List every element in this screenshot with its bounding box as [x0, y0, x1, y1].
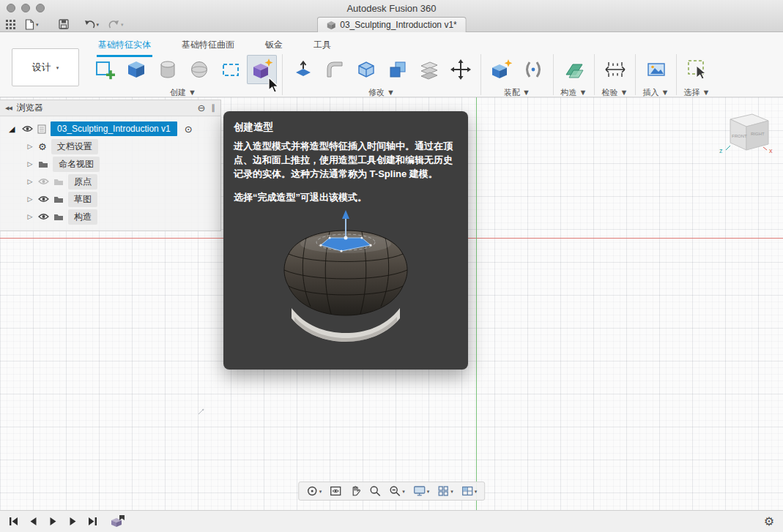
combine-icon [387, 59, 409, 80]
timeline-playback-controls [9, 517, 97, 526]
window-chrome: Autodesk Fusion 360 ▾ ▾ ▾ 03_Sculpting_I… [0, 0, 783, 32]
construction-plane-button[interactable] [559, 55, 589, 84]
group-label-modify[interactable]: 修改 ▼ [368, 87, 395, 98]
disclosure-triangle-icon[interactable]: ▷ [26, 160, 34, 168]
y-axis-line [476, 97, 477, 510]
browser-row-construction[interactable]: ▷ 构造 [0, 208, 220, 225]
select-button[interactable] [682, 55, 712, 84]
joint-button[interactable] [518, 55, 548, 84]
play-button[interactable] [48, 517, 58, 526]
create-form-icon [251, 58, 274, 81]
visibility-eye-icon[interactable] [38, 213, 49, 220]
split-body-icon [418, 59, 440, 80]
split-body-button[interactable] [414, 55, 444, 84]
viewports-button[interactable]: ▾ [461, 485, 478, 497]
browser-row-origin[interactable]: ▷ 原点 [0, 173, 220, 190]
viewcube[interactable]: FRONT RIGHT z x [713, 110, 776, 166]
panel-drag-handle[interactable]: ∥ [212, 103, 216, 113]
browser-item-label[interactable]: 原点 [68, 174, 97, 190]
group-label-create[interactable]: 创建 ▼ [170, 87, 196, 98]
measure-icon [604, 59, 626, 80]
display-settings-button[interactable]: ▾ [413, 485, 430, 497]
visibility-eye-icon[interactable] [22, 125, 33, 132]
ribbon-separator [480, 54, 481, 95]
browser-row-sketches[interactable]: ▷ 草图 [0, 190, 220, 208]
undo-button[interactable]: ▾ [84, 20, 100, 29]
browser-header: ◀◀ 浏览器 ⊖ ∥ [0, 100, 220, 116]
browser-item-label[interactable]: 构造 [68, 209, 97, 225]
group-label-construct[interactable]: 构造 ▼ [561, 87, 587, 98]
sphere-button[interactable] [184, 55, 214, 84]
workspace-selector[interactable]: 设计 ▾ [12, 48, 79, 86]
measure-button[interactable] [600, 55, 630, 84]
browser-item-label[interactable]: 文档设置 [51, 139, 98, 154]
box-icon [125, 59, 147, 80]
visibility-eye-icon[interactable] [38, 195, 49, 203]
document-tab[interactable]: 03_Sculpting_Introduction v1* [316, 17, 466, 32]
browser-row-named-views[interactable]: ▷ 命名视图 [0, 155, 220, 173]
browser-row-root[interactable]: ◢ 03_Sculpting_Introduction v1 ⊙ [0, 120, 220, 138]
disclosure-triangle-icon[interactable]: ▷ [26, 178, 34, 185]
press-pull-button[interactable] [288, 55, 318, 84]
group-label-insert[interactable]: 插入 ▼ [643, 87, 669, 98]
expanded-marker-icon[interactable]: ◢ [9, 124, 18, 134]
pan-button[interactable] [349, 485, 361, 497]
minimize-window-button[interactable] [21, 4, 30, 12]
group-label-select[interactable]: 选择 ▼ [684, 87, 710, 98]
caret-down-icon: ▾ [427, 489, 430, 494]
disclosure-triangle-icon[interactable]: ▷ [26, 195, 34, 203]
box-button[interactable] [121, 55, 151, 84]
insert-canvas-button[interactable] [641, 55, 671, 84]
close-window-button[interactable] [7, 4, 15, 12]
pattern-icon [220, 59, 242, 80]
caret-down-icon: ▾ [319, 489, 322, 494]
disclosure-triangle-icon[interactable]: ▷ [26, 213, 34, 220]
disclosure-triangle-icon[interactable]: ▷ [26, 143, 34, 150]
zoom-window-button[interactable] [36, 4, 45, 12]
group-label-inspect[interactable]: 检验 ▼ [602, 87, 628, 98]
caret-down-icon: ▾ [402, 489, 405, 494]
grid-settings-button[interactable]: ▾ [437, 485, 453, 497]
move-button[interactable] [445, 55, 475, 84]
save-button[interactable] [59, 19, 69, 29]
group-label-assemble[interactable]: 装配 ▼ [504, 87, 530, 98]
skip-to-end-button[interactable] [88, 517, 97, 526]
browser-row-document-settings[interactable]: ▷ ⚙ 文档设置 [0, 138, 220, 155]
app-grid-button[interactable] [6, 20, 15, 29]
zoom-window-button[interactable]: ▾ [389, 485, 405, 497]
visibility-eye-off-icon[interactable] [38, 178, 49, 185]
create-sketch-button[interactable] [89, 55, 119, 84]
form-feature-marker[interactable] [111, 515, 125, 528]
group-select: 选择 ▼ [682, 54, 712, 98]
file-menu-button[interactable]: ▾ [25, 19, 39, 30]
timeline-bar: ⚙ [0, 510, 783, 532]
folder-icon [53, 178, 64, 186]
shell-button[interactable] [351, 55, 381, 84]
activate-component-radio[interactable]: ⊙ [185, 124, 193, 135]
new-component-button[interactable] [486, 55, 516, 84]
fillet-button[interactable] [319, 55, 349, 84]
folder-icon [53, 213, 64, 221]
group-create: 创建 ▼ [89, 54, 277, 98]
orbit-button[interactable]: ▾ [306, 485, 322, 497]
step-back-button[interactable] [29, 517, 38, 526]
root-document-label[interactable]: 03_Sculpting_Introduction v1 [51, 121, 177, 136]
browser-item-label[interactable]: 命名视图 [53, 157, 100, 172]
pattern-button[interactable] [215, 55, 245, 84]
minimize-panel-icon[interactable]: ⊖ [198, 102, 206, 113]
document-tab-label: 03_Sculpting_Introduction v1* [340, 20, 456, 30]
step-forward-button[interactable] [68, 517, 78, 526]
look-at-button[interactable] [330, 485, 341, 497]
create-form-button[interactable] [247, 55, 277, 84]
browser-item-label[interactable]: 草图 [68, 192, 97, 207]
cylinder-button[interactable] [152, 55, 182, 84]
new-component-icon [490, 58, 513, 81]
zoom-button[interactable] [369, 485, 381, 497]
combine-button[interactable] [382, 55, 412, 84]
quick-access-toolbar: ▾ ▾ ▾ 03_Sculpting_Introduction v1* [0, 16, 783, 32]
group-modify: 修改 ▼ [288, 54, 475, 98]
collapse-panel-icon[interactable]: ◀◀ [5, 105, 12, 111]
skip-to-start-button[interactable] [9, 517, 18, 526]
redo-button[interactable]: ▾ [108, 20, 124, 29]
timeline-settings-gear-icon[interactable]: ⚙ [764, 514, 774, 528]
